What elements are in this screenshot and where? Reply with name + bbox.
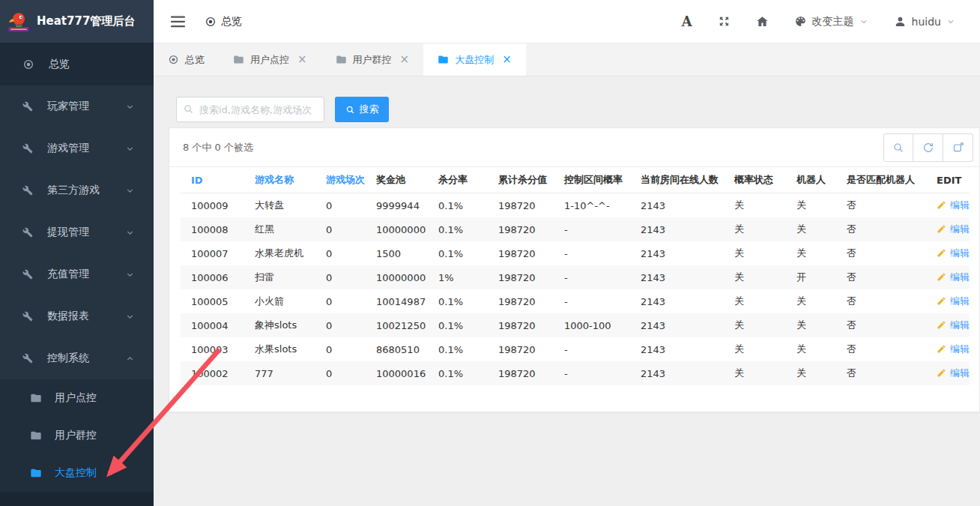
table-cell: 0.1% bbox=[428, 241, 488, 265]
tab-user-point-control[interactable]: 用户点控× bbox=[219, 43, 321, 76]
column-header[interactable]: 游戏场次 bbox=[315, 167, 366, 193]
main-area: 总览 A 改变主题 bbox=[154, 0, 980, 506]
edit-button[interactable]: 编辑 bbox=[937, 199, 970, 212]
column-header[interactable]: ID bbox=[181, 167, 244, 193]
wrench-icon bbox=[22, 353, 33, 364]
table-cell: 关 bbox=[786, 337, 836, 361]
sidebar-subitem-user-group-control[interactable]: 用户群控 bbox=[0, 417, 154, 454]
table-row: 100004象神slots0100212500.1%1987201000-100… bbox=[181, 313, 970, 337]
table-cell: 关 bbox=[786, 361, 836, 385]
tab-overview[interactable]: 总览 bbox=[154, 43, 219, 76]
table-cell: 2143 bbox=[630, 241, 724, 265]
export-button[interactable] bbox=[943, 133, 973, 162]
username: huidu bbox=[912, 16, 941, 28]
table-cell: 100008 bbox=[181, 217, 244, 241]
table-cell: 否 bbox=[836, 313, 926, 337]
chevron-down-icon bbox=[946, 17, 955, 26]
table-cell: 关 bbox=[724, 241, 786, 265]
sidebar-subitem-dashboard-control[interactable]: 大盘控制 bbox=[0, 454, 154, 492]
chevron-down-icon bbox=[125, 186, 135, 196]
sidebar-item-overview[interactable]: 总览 bbox=[0, 43, 154, 85]
home-button[interactable] bbox=[756, 15, 769, 28]
eye-icon bbox=[22, 58, 34, 70]
table-cell: 关 bbox=[786, 193, 836, 218]
table-card: 8 个中 0 个被选 bbox=[169, 127, 980, 412]
chevron-down-icon bbox=[125, 144, 135, 154]
edit-button[interactable]: 编辑 bbox=[937, 367, 970, 380]
table-cell: 1500 bbox=[366, 241, 428, 265]
edit-button[interactable]: 编辑 bbox=[937, 295, 970, 308]
column-search-button[interactable] bbox=[883, 133, 913, 162]
chevron-down-icon bbox=[125, 228, 135, 238]
sidebar-item-data-reports[interactable]: 数据报表 bbox=[0, 295, 154, 337]
screen: Heat777管理后台 总览 玩家管理 游戏管理 第三方游戏 提现管理 bbox=[0, 0, 980, 506]
table-cell: 开 bbox=[786, 265, 836, 289]
tab-dashboard-control[interactable]: 大盘控制× bbox=[423, 43, 526, 76]
table-cell: 2143 bbox=[630, 289, 724, 313]
tab-label: 总览 bbox=[185, 53, 205, 67]
chevron-down-icon bbox=[125, 102, 135, 112]
pencil-icon bbox=[937, 368, 946, 378]
table-cell: 象神slots bbox=[244, 313, 315, 337]
table-cell: 198720 bbox=[488, 313, 554, 337]
app-logo-header: Heat777管理后台 bbox=[0, 0, 154, 43]
table-row: 100008红黑0100000000.1%198720-2143关关否 编辑 bbox=[181, 217, 970, 241]
table-cell: 关 bbox=[724, 265, 786, 289]
table-cell: 0.1% bbox=[428, 193, 488, 218]
table-cell: 100003 bbox=[181, 337, 244, 361]
sidebar-subitem-label: 大盘控制 bbox=[55, 466, 97, 480]
table-cell: 关 bbox=[724, 337, 786, 361]
column-header: 控制区间概率 bbox=[554, 167, 630, 193]
table-cell-edit: 编辑 bbox=[926, 241, 970, 265]
font-size-button[interactable]: A bbox=[682, 13, 692, 29]
sidebar-item-recharge-management[interactable]: 充值管理 bbox=[0, 253, 154, 295]
pencil-icon bbox=[937, 320, 946, 330]
table-cell: 100005 bbox=[181, 289, 244, 313]
pencil-icon bbox=[937, 200, 946, 210]
table-cell: - bbox=[554, 217, 630, 241]
sidebar-item-control-system[interactable]: 控制系统 bbox=[0, 337, 154, 379]
user-menu-dropdown[interactable]: huidu bbox=[894, 15, 955, 28]
table-cell: 2143 bbox=[630, 193, 724, 218]
sidebar-item-player-management[interactable]: 玩家管理 bbox=[0, 85, 154, 127]
edit-button[interactable]: 编辑 bbox=[937, 223, 970, 236]
search-row: 搜索 bbox=[176, 97, 980, 122]
sidebar-item-third-party-games[interactable]: 第三方游戏 bbox=[0, 169, 154, 211]
table-cell-edit: 编辑 bbox=[926, 217, 970, 241]
table-cell: 0 bbox=[315, 217, 366, 241]
data-table: ID游戏名称游戏场次奖金池杀分率累计杀分值控制区间概率当前房间在线人数概率状态机… bbox=[181, 167, 970, 385]
column-header: 是否匹配机器人 bbox=[836, 167, 926, 193]
edit-button[interactable]: 编辑 bbox=[937, 247, 970, 260]
edit-button[interactable]: 编辑 bbox=[937, 343, 970, 356]
close-tab-icon[interactable]: × bbox=[400, 54, 410, 65]
sidebar-item-withdrawal-management[interactable]: 提现管理 bbox=[0, 211, 154, 253]
table-cell: 10000000 bbox=[366, 265, 428, 289]
search-box bbox=[176, 97, 324, 122]
table-cell-edit: 编辑 bbox=[926, 337, 970, 361]
fullscreen-button[interactable] bbox=[718, 15, 731, 28]
edit-button[interactable]: 编辑 bbox=[937, 271, 970, 284]
table-cell: 10000016 bbox=[366, 361, 428, 385]
hamburger-menu-icon[interactable] bbox=[171, 16, 185, 28]
column-header: 累计杀分值 bbox=[488, 167, 554, 193]
edit-button[interactable]: 编辑 bbox=[937, 319, 970, 332]
table-cell: 100007 bbox=[181, 241, 244, 265]
column-header: 概率状态 bbox=[724, 167, 786, 193]
pencil-icon bbox=[937, 296, 946, 306]
column-header: 机器人 bbox=[786, 167, 836, 193]
close-tab-icon[interactable]: × bbox=[297, 54, 307, 65]
sidebar-item-game-management[interactable]: 游戏管理 bbox=[0, 127, 154, 169]
column-header[interactable]: 游戏名称 bbox=[244, 167, 315, 193]
search-button[interactable]: 搜索 bbox=[335, 97, 389, 122]
refresh-button[interactable] bbox=[913, 133, 943, 162]
home-icon bbox=[756, 15, 769, 28]
change-theme-dropdown[interactable]: 改变主题 bbox=[794, 15, 868, 28]
close-tab-icon[interactable]: × bbox=[502, 54, 512, 65]
tab-user-group-control[interactable]: 用户群控× bbox=[321, 43, 424, 76]
sidebar-item-label: 第三方游戏 bbox=[47, 184, 111, 197]
table-cell: 198720 bbox=[488, 265, 554, 289]
table-cell: 关 bbox=[786, 241, 836, 265]
app-title: Heat777管理后台 bbox=[37, 14, 135, 28]
sidebar-subitem-user-point-control[interactable]: 用户点控 bbox=[0, 379, 154, 417]
search-input[interactable] bbox=[176, 97, 324, 122]
